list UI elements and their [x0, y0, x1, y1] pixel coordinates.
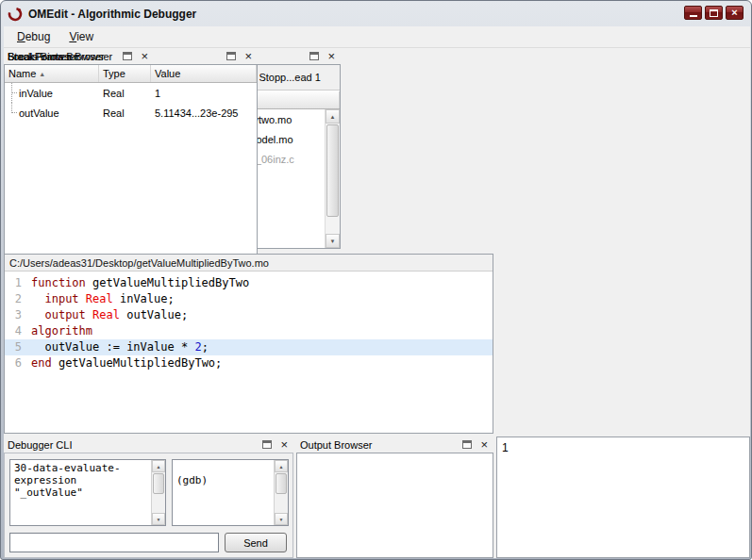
debugger-cli-panel-header: Debugger CLI × [4, 436, 293, 453]
locals-table-header: Name▲ Type Value [5, 65, 257, 83]
scroll-down-icon[interactable]: ▼ [152, 513, 165, 525]
panel-title: Debugger CLI [8, 439, 262, 451]
float-panel-icon[interactable] [226, 52, 236, 60]
column-header-name[interactable]: Name▲ [5, 65, 99, 82]
menu-bar: Debug View [4, 26, 750, 48]
sort-ascending-icon: ▲ [39, 71, 45, 77]
local-variable-row[interactable]: outValue Real 5.11434...23e-295 [5, 103, 257, 123]
output-browser-body[interactable] [296, 453, 493, 558]
scrollbar-thumb[interactable] [326, 124, 339, 217]
column-header-type[interactable]: Type [99, 65, 151, 82]
menu-view[interactable]: View [59, 27, 103, 46]
menu-debug[interactable]: Debug [8, 27, 59, 46]
main-content: Stack Frames Browser × ↷ ↴ ↱ Threads: 1 … [4, 48, 750, 558]
gdb-response-text: 1 [497, 437, 749, 458]
local-variable-row[interactable]: inValue Real 1 [5, 83, 257, 103]
cli-input-row: Send [9, 533, 287, 552]
title-bar[interactable]: OMEdit - Algorithmic Debugger × [1, 1, 751, 26]
gdb-output-scrollbar[interactable]: ▲ ▼ [274, 460, 288, 525]
close-button[interactable]: × [726, 6, 744, 20]
window-title: OMEdit - Algorithmic Debugger [28, 8, 196, 21]
panel-title: Locals Browser [8, 51, 226, 62]
code-line: 6 end getValueMultipliedByTwo; [5, 355, 493, 371]
stack-frames-scrollbar[interactable]: ▲ ▼ [325, 109, 340, 248]
scrollbar-thumb[interactable] [153, 473, 164, 494]
output-browser-panel: Output Browser × [296, 436, 493, 558]
gdb-response-area[interactable]: 1 [496, 436, 750, 558]
omedit-app-icon [8, 7, 23, 22]
locals-panel-header: Locals Browser × [4, 48, 258, 64]
scroll-down-icon[interactable]: ▼ [275, 513, 288, 525]
minimize-icon [690, 15, 697, 17]
code-line: 2 input Real inValue; [5, 291, 493, 307]
code-editor[interactable]: C:/Users/adeas31/Desktop/getValueMultipl… [4, 254, 493, 434]
code-area[interactable]: 1 function getValueMultipliedByTwo 2 inp… [5, 272, 493, 433]
scroll-up-icon[interactable]: ▲ [326, 109, 340, 124]
tree-branch-icon [7, 103, 19, 123]
line-number: 6 [5, 355, 22, 371]
cli-command-scrollbar[interactable]: ▲ ▼ [151, 460, 165, 525]
scrollbar-thumb[interactable] [276, 473, 287, 494]
close-panel-icon[interactable]: × [278, 439, 290, 450]
float-panel-icon[interactable] [462, 440, 472, 449]
close-panel-icon[interactable]: × [478, 439, 490, 450]
window-controls: × [684, 6, 744, 20]
panel-title: Output Browser [300, 439, 462, 451]
file-path-bar: C:/Users/adeas31/Desktop/getValueMultipl… [5, 255, 493, 272]
line-number: 4 [5, 323, 22, 339]
scroll-up-icon[interactable]: ▲ [275, 460, 288, 472]
line-number: 5 [5, 339, 22, 355]
code-line-current: 5 outValue := inValue * 2; [5, 339, 493, 355]
code-line: 1 function getValueMultipliedByTwo [5, 275, 493, 291]
line-number: 3 [5, 307, 22, 323]
debugger-cli-panel: Debugger CLI × 30-data-evaluate- express… [4, 436, 293, 558]
output-browser-panel-header: Output Browser × [296, 436, 493, 453]
cli-command-text: 30-data-evaluate- expression "_outValue" [14, 462, 149, 523]
code-line: 4 algorithm [5, 323, 493, 339]
scroll-up-icon[interactable]: ▲ [152, 460, 165, 472]
gdb-output-text: (gdb) [176, 462, 272, 523]
close-panel-icon[interactable]: × [242, 51, 254, 61]
omedit-window: OMEdit - Algorithmic Debugger × Debug Vi… [0, 0, 752, 560]
maximize-button[interactable] [705, 6, 723, 20]
code-editor-panel: C:/Users/adeas31/Desktop/getValueMultipl… [4, 254, 493, 434]
float-panel-icon[interactable] [262, 440, 272, 449]
thread-status-text: Stopp...ead 1 [259, 72, 320, 83]
cli-command-input[interactable] [9, 533, 219, 552]
column-header-value[interactable]: Value [151, 65, 257, 82]
cli-command-log[interactable]: 30-data-evaluate- expression "_outValue"… [9, 459, 166, 526]
float-panel-icon[interactable] [309, 52, 319, 60]
scroll-down-icon[interactable]: ▼ [326, 234, 340, 248]
debugger-cli-body: 30-data-evaluate- expression "_outValue"… [4, 453, 293, 558]
code-line: 3 output Real outValue; [5, 307, 493, 323]
maximize-icon [710, 9, 718, 17]
line-number: 1 [5, 275, 22, 291]
close-panel-icon[interactable]: × [326, 51, 337, 61]
tree-branch-icon [7, 83, 19, 103]
minimize-button[interactable] [684, 6, 702, 20]
gdb-output-log[interactable]: (gdb) ▲ ▼ [172, 459, 289, 526]
send-button[interactable]: Send [225, 533, 287, 552]
line-number: 2 [5, 291, 22, 307]
